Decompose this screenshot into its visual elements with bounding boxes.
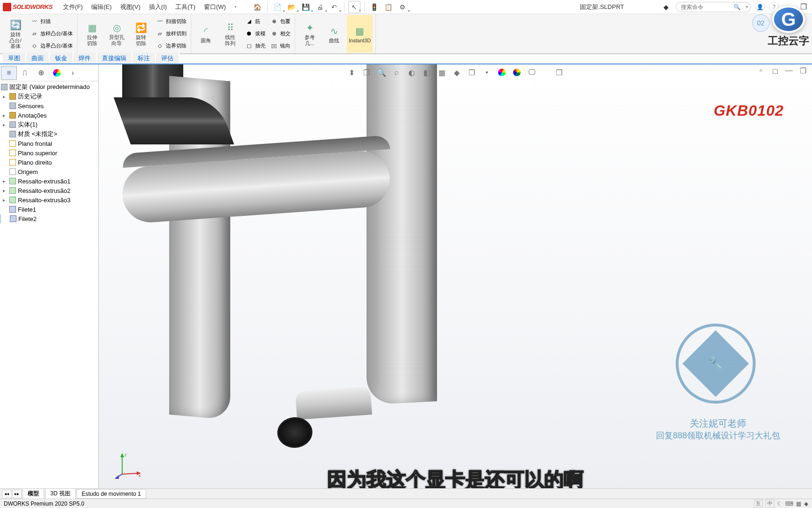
- vp-maximize-icon[interactable]: —: [783, 64, 795, 77]
- sidebar-expand-icon[interactable]: ›: [65, 66, 81, 80]
- tab-surface[interactable]: 曲面: [26, 53, 49, 64]
- tree-item[interactable]: Filete1: [0, 205, 98, 214]
- home-icon[interactable]: 🏠: [251, 1, 264, 13]
- tree-item[interactable]: 材质 <未指定>: [0, 129, 98, 139]
- apply-scene-icon[interactable]: •: [481, 66, 493, 79]
- search-icon[interactable]: 🔍: [734, 4, 741, 10]
- search-dropdown-icon[interactable]: ▾: [746, 4, 748, 9]
- view-cube2-icon[interactable]: ❐: [553, 66, 565, 79]
- tree-root[interactable]: 固定架 (Valor predeterminado: [0, 82, 98, 92]
- boundary-button[interactable]: ◇边界凸台/基体: [28, 40, 74, 52]
- boundary-cut-button[interactable]: ◇边界切除: [154, 40, 188, 52]
- tree-item[interactable]: ▸Ressalto-extrusão2: [0, 186, 98, 195]
- wrap-button[interactable]: ⊕包覆: [268, 15, 292, 27]
- vp-close-icon[interactable]: ❐: [797, 64, 809, 77]
- revolve-boss-button[interactable]: 🔄 旋转 凸台/ 基体: [4, 15, 27, 53]
- tree-item[interactable]: Filete2: [0, 214, 98, 223]
- intersect-button[interactable]: ⊗相交: [268, 27, 292, 40]
- tree-item[interactable]: ▸历史记录: [0, 92, 98, 101]
- tab-weldment[interactable]: 焊件: [73, 53, 96, 64]
- rebuild-icon[interactable]: 🚦: [368, 1, 381, 13]
- bottom-tab-motion[interactable]: Estudo de movimento 1: [77, 489, 146, 499]
- fillet-button[interactable]: ◜ 圆角: [194, 15, 218, 53]
- feature-tree[interactable]: 固定架 (Valor predeterminado ▸历史记录 Sensores…: [0, 81, 98, 488]
- display-style-icon[interactable]: ▦: [436, 66, 448, 79]
- graphics-viewport[interactable]: ⬍ ❐ 🔍 ⌕ ◐ ◧ ▦ ◆ ❐ • 🖵 ❐ ▫ ◻ — ❐ GKB0102: [99, 64, 812, 488]
- loft-button[interactable]: ▱放样凸台/基体: [28, 27, 74, 40]
- status-tool-icon[interactable]: ⌨: [785, 500, 793, 507]
- open-icon[interactable]: 📂: [286, 1, 298, 13]
- status-grid-icon[interactable]: ▦: [796, 500, 801, 507]
- tab-sheetmetal[interactable]: 钣金: [50, 53, 72, 64]
- prev-view-icon[interactable]: ◐: [406, 66, 418, 79]
- status-moon-icon[interactable]: ☾: [777, 500, 782, 507]
- expand-icon[interactable]: ▸: [1, 187, 8, 194]
- loft-cut-button[interactable]: ▱放样切割: [154, 27, 188, 40]
- extrude-cut-button[interactable]: ▦ 拉伸 切除: [80, 15, 104, 53]
- select-icon[interactable]: ↖: [348, 1, 360, 13]
- screen-capture-icon[interactable]: 🖵: [526, 66, 538, 79]
- zoom-fit-icon[interactable]: 🔍: [375, 66, 388, 79]
- view-settings-icon[interactable]: [496, 66, 508, 79]
- zoom-area-icon[interactable]: ⌕: [390, 66, 403, 79]
- tab-directedit[interactable]: 直接编辑: [97, 53, 132, 64]
- hide-show-icon[interactable]: ◆: [451, 66, 463, 79]
- ime-lang[interactable]: 中: [765, 500, 774, 508]
- tree-item[interactable]: Origem: [0, 167, 98, 176]
- property-tab-icon[interactable]: ⎍: [17, 66, 33, 80]
- vp-minimize-icon[interactable]: ▫: [755, 64, 767, 77]
- bottom-tab-3dview[interactable]: 3D 视图: [45, 488, 76, 499]
- tree-item[interactable]: Sensores: [0, 101, 98, 111]
- shell-button[interactable]: ▢抽壳: [243, 40, 267, 52]
- print-icon[interactable]: 🖨: [314, 1, 326, 13]
- settings-icon[interactable]: ⚙: [397, 1, 409, 13]
- menu-insert[interactable]: 插入(I): [145, 1, 171, 13]
- tab-sketch[interactable]: 草图: [3, 53, 25, 64]
- options-icon[interactable]: 📋: [383, 1, 395, 13]
- tree-item[interactable]: ▸实体(1): [0, 120, 98, 129]
- tabs-scroll-left-icon[interactable]: ◂◂: [2, 490, 11, 498]
- sweep-cut-button[interactable]: 〰扫描切除: [154, 15, 188, 27]
- tree-item[interactable]: ▸Ressalto-extrusão3: [0, 195, 98, 205]
- bottom-tab-model[interactable]: 模型: [23, 488, 44, 499]
- edit-appearance-icon[interactable]: ❐: [466, 66, 478, 79]
- status-misc-icon[interactable]: ◆: [804, 500, 808, 507]
- tab-evaluate[interactable]: 评估: [156, 53, 179, 64]
- appearance-tab-icon[interactable]: [49, 66, 65, 80]
- tree-item[interactable]: ▸Anotações: [0, 111, 98, 120]
- feature-tree-tab-icon[interactable]: ≡: [1, 66, 17, 80]
- tree-item[interactable]: Plano superior: [0, 148, 98, 158]
- menu-window[interactable]: 窗口(W): [200, 1, 230, 13]
- expand-icon[interactable]: ▸: [1, 112, 8, 119]
- tree-item[interactable]: Plano direito: [0, 158, 98, 167]
- ime-indicator[interactable]: 五: [754, 500, 763, 508]
- render-icon[interactable]: [511, 66, 523, 79]
- linear-pattern-button[interactable]: ⠿ 线性 阵列: [219, 15, 242, 53]
- menu-tools[interactable]: 工具(T): [172, 1, 199, 13]
- config-tab-icon[interactable]: ⊕: [33, 66, 49, 80]
- undo-icon[interactable]: ↶: [328, 1, 340, 13]
- draft-button[interactable]: ⬢拔模: [243, 27, 267, 40]
- hole-wizard-button[interactable]: ◎ 异型孔 向导: [105, 15, 128, 53]
- sweep-button[interactable]: 〰扫描: [28, 15, 74, 27]
- save-icon[interactable]: 💾: [300, 1, 312, 13]
- mirror-button[interactable]: ▯▯镜向: [268, 40, 292, 52]
- tab-annotation[interactable]: 标注: [133, 53, 155, 64]
- menu-file[interactable]: 文件(F): [59, 1, 87, 13]
- curves-button[interactable]: ∿ 曲线: [322, 15, 346, 53]
- vp-restore-icon[interactable]: ◻: [769, 64, 781, 77]
- tree-item[interactable]: Plano frontal: [0, 139, 98, 148]
- tree-item[interactable]: ▸Ressalto-extrusão1: [0, 176, 98, 186]
- section-view-icon[interactable]: ◧: [421, 66, 433, 79]
- menu-edit[interactable]: 编辑(E): [87, 1, 115, 13]
- expand-icon[interactable]: ▸: [1, 178, 8, 184]
- new-doc-icon[interactable]: 📄: [272, 1, 284, 13]
- expand-icon[interactable]: ▸: [1, 197, 8, 203]
- expand-icon[interactable]: ▸: [1, 93, 8, 100]
- ref-geom-button[interactable]: ✦ 参考 几...: [298, 15, 321, 53]
- dsx-icon[interactable]: ◆: [660, 1, 672, 13]
- rib-button[interactable]: ◢筋: [243, 15, 267, 27]
- revolve-cut-button[interactable]: 🔁 旋转 切除: [129, 15, 153, 53]
- menu-view[interactable]: 视图(V): [117, 1, 144, 13]
- view-cube-icon[interactable]: ❐: [360, 66, 373, 79]
